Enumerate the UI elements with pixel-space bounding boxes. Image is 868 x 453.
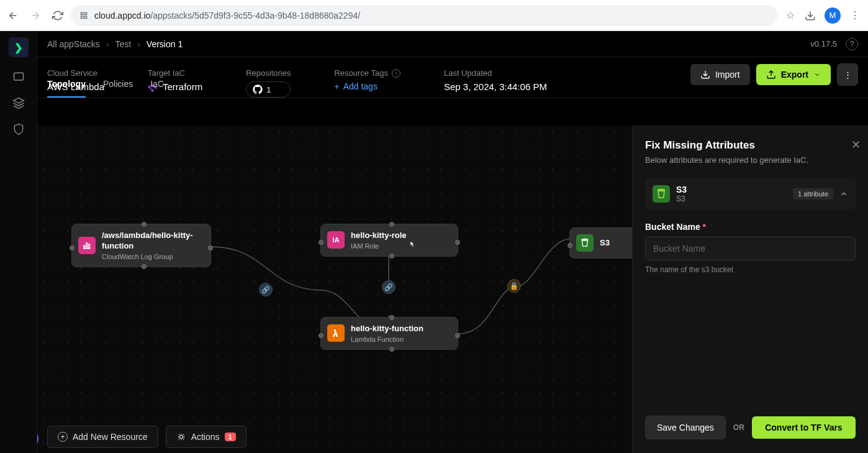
save-changes-button[interactable]: Save Changes [645, 416, 726, 439]
svg-rect-7 [89, 244, 90, 249]
plus-icon: + [334, 81, 339, 91]
lambda-icon [327, 324, 345, 342]
chevron-up-icon[interactable] [839, 190, 848, 198]
node-lambda[interactable]: hello-kitty-function Lambda Function [320, 317, 458, 350]
sidebar-nav: ❯ [0, 31, 37, 453]
close-icon[interactable]: ✕ [851, 138, 861, 152]
tab-policies[interactable]: Policies [103, 79, 133, 98]
info-icon[interactable]: i [392, 69, 400, 78]
bug-icon [176, 432, 186, 442]
version-label: v0.17.5 [810, 39, 837, 48]
svg-rect-6 [86, 243, 88, 249]
node-subtitle: CloudWatch Log Group [102, 253, 202, 260]
actions-button[interactable]: Actions 1 [166, 426, 246, 448]
repositories-label: Repositories [246, 68, 291, 78]
tags-label: Resource Tags i [334, 68, 400, 78]
node-title: /aws/lambda/hello-kitty-function [102, 231, 202, 252]
node-subtitle: IAM Role [351, 242, 407, 250]
link-icon: 🔗 [259, 283, 273, 296]
node-subtitle: Lambda Function [351, 336, 423, 343]
convert-tf-vars-button[interactable]: Convert to TF Vars [752, 416, 856, 439]
updated-label: Last Updated [444, 68, 547, 78]
repository-pill[interactable]: 1 [246, 81, 291, 98]
node-title: hello-kitty-role [351, 231, 407, 241]
svg-rect-0 [81, 12, 83, 15]
cloudwatch-icon [78, 237, 96, 254]
attribute-count-badge: 1 attribute [793, 188, 833, 199]
import-icon [700, 70, 710, 80]
actions-count-badge: 1 [225, 432, 236, 441]
crumb-leaf: Version 1 [147, 39, 183, 49]
url-path: /appstacks/5d57d9f3-9c55-4d3a-9b48-18d86… [150, 11, 360, 21]
back-icon[interactable] [7, 10, 19, 21]
tab-topology[interactable]: Topology [47, 79, 86, 98]
url-domain: cloud.appcd.io [94, 11, 150, 21]
panel-subtitle: Below attributes are required to generat… [645, 155, 856, 165]
user-avatar[interactable]: S [37, 429, 38, 448]
url-bar[interactable]: cloud.appcd.io/appstacks/5d57d9f3-9c55-4… [71, 5, 777, 26]
resource-name: S3 [676, 185, 787, 194]
chevron-down-icon [813, 71, 821, 78]
svg-rect-5 [84, 245, 85, 249]
s3-icon [653, 185, 670, 203]
nav-shield-icon[interactable] [12, 123, 25, 135]
crumb-mid[interactable]: Test [115, 39, 132, 49]
resource-row[interactable]: S3 S3 1 attribute [645, 178, 856, 209]
or-divider: OR [733, 423, 744, 432]
chevron-right-icon: › [106, 39, 109, 49]
node-title: hello-kitty-function [351, 324, 423, 334]
import-button[interactable]: Import [690, 64, 750, 85]
more-menu-button[interactable]: ⋮ [837, 63, 858, 86]
download-icon[interactable] [805, 10, 816, 21]
menu-icon[interactable]: ⋮ [849, 10, 861, 21]
nav-dashboard-icon[interactable] [12, 71, 25, 83]
app-logo[interactable]: ❯ [9, 37, 29, 57]
export-icon [766, 70, 776, 80]
browser-chrome: cloud.appcd.io/appstacks/5d57d9f3-9c55-4… [0, 0, 868, 31]
updated-value: Sep 3, 2024, 3:44:06 PM [444, 81, 547, 92]
resource-type: S3 [676, 194, 787, 203]
lock-icon: 🔒 [507, 279, 521, 293]
star-icon[interactable]: ☆ [785, 10, 796, 21]
field-help: The name of the s3 bucket [645, 265, 856, 274]
forward-icon[interactable] [30, 10, 41, 21]
site-settings-icon [79, 11, 88, 20]
bucket-name-input[interactable] [645, 237, 856, 260]
chevron-right-icon: › [137, 39, 140, 49]
link-icon: 🔗 [382, 280, 396, 294]
tab-iac[interactable]: IaC [150, 79, 164, 98]
svg-rect-2 [81, 16, 83, 19]
crumb-root[interactable]: All appStacks [47, 39, 100, 49]
svg-rect-4 [14, 73, 23, 80]
field-label: Bucket Name * [645, 222, 856, 232]
export-button[interactable]: Export [756, 64, 831, 85]
target-iac-label: Target IaC [148, 68, 202, 78]
iam-icon: IA [327, 231, 345, 249]
cloud-service-label: Cloud Service [47, 68, 104, 78]
help-icon[interactable]: ? [846, 38, 858, 50]
s3-icon [576, 234, 594, 252]
node-title: S3 [600, 238, 610, 249]
reload-icon[interactable] [52, 10, 63, 21]
github-icon [253, 85, 263, 94]
svg-rect-3 [84, 16, 87, 19]
nav-stacks-icon[interactable] [12, 97, 25, 109]
panel-title: Fix Missing Attributes [645, 139, 856, 152]
breadcrumb: All appStacks › Test › Version 1 [47, 39, 183, 49]
add-resource-button[interactable]: + Add New Resource [47, 426, 158, 448]
svg-point-9 [179, 435, 183, 438]
plus-circle-icon: + [58, 432, 68, 442]
add-tags-button[interactable]: + Add tags [334, 81, 400, 91]
node-loggroup[interactable]: /aws/lambda/hello-kitty-function CloudWa… [71, 224, 211, 267]
profile-avatar[interactable]: M [825, 7, 841, 24]
fix-attributes-panel: ✕ Fix Missing Attributes Below attribute… [632, 126, 868, 453]
svg-rect-1 [84, 12, 87, 15]
topology-canvas[interactable]: 🔗 🔗 🔒 /aws/lambda/hello-kitty-function C… [37, 126, 868, 453]
node-role[interactable]: IA hello-kitty-role IAM Role [320, 224, 458, 257]
